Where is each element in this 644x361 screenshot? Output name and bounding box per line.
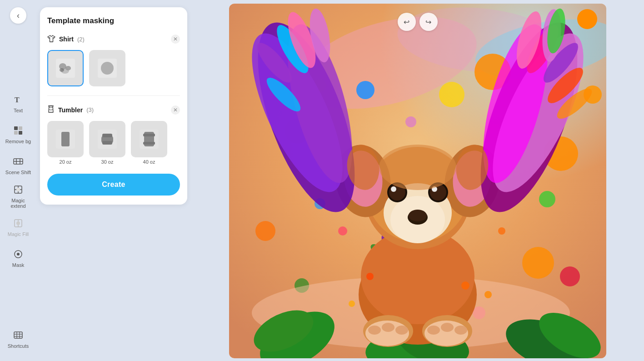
svg-point-130 — [461, 281, 469, 290]
shirt-section-header: Shirt (2) ✕ — [47, 35, 180, 44]
magic-extend-icon — [13, 185, 23, 196]
shirt-thumbnails — [47, 50, 180, 86]
svg-point-55 — [356, 81, 374, 99]
sidebar-tool-shortcuts[interactable]: Shortcuts — [4, 325, 33, 354]
svg-rect-36 — [102, 134, 112, 137]
svg-rect-37 — [102, 141, 112, 145]
template-masking-panel: Template masking Shirt (2) ✕ — [40, 7, 187, 205]
shirt-thumb-2[interactable] — [89, 50, 125, 86]
magic-fill-tool-label: Magic Fill — [8, 231, 29, 237]
mask-tool-label: Mask — [12, 262, 24, 268]
svg-point-128 — [454, 326, 467, 335]
svg-point-18 — [17, 253, 20, 256]
svg-point-58 — [539, 191, 555, 207]
tumbler-thumb-40[interactable] — [131, 121, 167, 157]
redo-button[interactable]: ↪ — [419, 13, 438, 31]
svg-point-127 — [441, 323, 454, 332]
svg-point-14 — [16, 221, 20, 225]
dog-illustration — [229, 4, 606, 358]
tumbler-40-label: 40 oz — [143, 159, 155, 165]
svg-point-125 — [395, 326, 408, 335]
tumbler-thumb-wrapper-40: 40 oz — [131, 121, 167, 165]
back-button[interactable]: ‹ — [10, 7, 26, 24]
tumbler-section-close[interactable]: ✕ — [171, 105, 180, 115]
svg-point-132 — [484, 291, 492, 298]
text-tool-label: Text — [14, 108, 23, 113]
tumbler-thumb-wrapper-20: 20 oz — [47, 121, 84, 165]
svg-rect-12 — [16, 188, 20, 191]
svg-rect-3 — [14, 131, 18, 135]
svg-rect-4 — [19, 131, 22, 135]
svg-point-52 — [255, 221, 275, 241]
tumbler-thumb-20[interactable] — [47, 121, 84, 157]
canvas-area: ↩ ↪ — [191, 0, 644, 361]
shirt-section-count: (2) — [77, 36, 85, 43]
svg-point-133 — [338, 226, 347, 236]
text-icon: T — [13, 95, 23, 106]
remove-bg-tool-label: Remove bg — [5, 139, 31, 144]
svg-rect-1 — [14, 126, 18, 130]
tumbler-section-label: Tumbler — [58, 106, 83, 114]
undo-button[interactable]: ↩ — [398, 13, 416, 31]
shirt-thumb-1[interactable] — [47, 50, 84, 86]
svg-rect-41 — [143, 142, 155, 145]
tumbler-section-count: (3) — [86, 106, 94, 113]
sidebar-tool-text[interactable]: T Text — [4, 89, 33, 118]
tumbler-thumb-wrapper-30: 30 oz — [89, 121, 125, 165]
svg-point-114 — [391, 186, 396, 192]
redo-icon: ↪ — [425, 18, 431, 26]
svg-point-124 — [382, 323, 394, 332]
mask-icon — [13, 249, 23, 261]
svg-point-134 — [498, 227, 505, 235]
svg-point-63 — [439, 82, 464, 107]
sidebar-tool-remove-bg[interactable]: Remove bg — [4, 120, 33, 149]
svg-point-116 — [379, 145, 456, 190]
tumbler-section-header: Tumbler (3) ✕ — [47, 105, 180, 115]
canvas-toolbar: ↩ ↪ — [398, 13, 438, 31]
create-button[interactable]: Create — [47, 174, 180, 196]
svg-point-123 — [368, 326, 381, 335]
svg-rect-2 — [19, 126, 22, 130]
svg-point-28 — [60, 68, 64, 72]
panel-area: Template masking Shirt (2) ✕ — [36, 0, 191, 361]
shortcuts-tool-label: Shortcuts — [8, 343, 29, 349]
svg-point-126 — [427, 326, 440, 335]
scene-shift-icon — [13, 156, 23, 168]
section-divider — [47, 95, 180, 96]
shirt-section-label: Shirt — [59, 35, 74, 43]
sidebar-tool-mask[interactable]: Mask — [4, 244, 33, 273]
svg-rect-19 — [14, 332, 22, 338]
svg-rect-40 — [143, 134, 155, 136]
tumbler-30-label: 30 oz — [101, 159, 114, 165]
shirt-icon — [47, 35, 55, 44]
tumbler-icon — [47, 105, 55, 115]
tumbler-thumb-30[interactable] — [89, 121, 125, 157]
svg-point-30 — [101, 62, 114, 75]
svg-point-50 — [522, 247, 554, 279]
remove-bg-icon — [13, 125, 23, 137]
sidebar-tool-magic-fill[interactable]: Magic Fill — [4, 213, 33, 242]
back-icon: ‹ — [17, 11, 20, 20]
sidebar-tool-scene-shift[interactable]: Scene Shift — [4, 151, 33, 180]
svg-text:T: T — [15, 96, 20, 104]
svg-point-61 — [560, 266, 580, 286]
svg-rect-33 — [61, 132, 70, 146]
svg-point-129 — [366, 273, 374, 280]
tumbler-20-label: 20 oz — [60, 159, 72, 165]
undo-icon: ↩ — [404, 18, 409, 26]
orange-circle-badge[interactable] — [577, 9, 597, 29]
sidebar: ‹ T Text Remove bg — [0, 0, 36, 361]
magic-fill-icon — [13, 218, 23, 230]
tumbler-thumbnails: 20 oz 30 oz — [47, 121, 180, 165]
svg-point-109 — [409, 210, 427, 221]
panel-title: Template masking — [47, 16, 180, 25]
svg-point-131 — [349, 301, 355, 307]
magic-extend-tool-label: Magic extend — [4, 198, 33, 209]
canvas-frame: ↩ ↪ — [229, 4, 606, 358]
sidebar-tool-magic-extend[interactable]: Magic extend — [4, 182, 33, 211]
scene-shift-tool-label: Scene Shift — [5, 170, 31, 175]
svg-point-66 — [405, 116, 416, 127]
shortcuts-icon — [13, 330, 23, 341]
shirt-section-close[interactable]: ✕ — [171, 35, 180, 44]
